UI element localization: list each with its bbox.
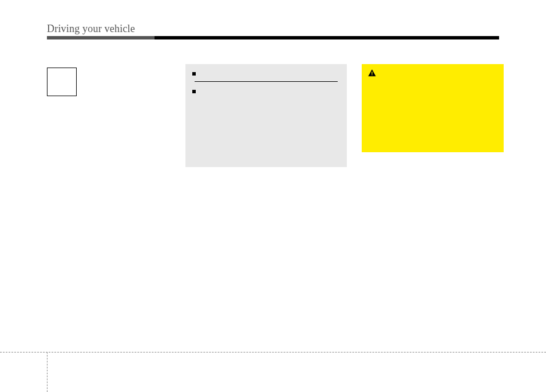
column-left — [47, 64, 185, 167]
info-divider — [195, 81, 338, 82]
info-panel — [185, 64, 347, 167]
page-section-title: Driving your vehicle — [47, 23, 499, 35]
info-item-2-heading-row — [192, 88, 340, 93]
header-rule — [47, 36, 499, 39]
caution-panel — [362, 64, 504, 152]
warning-triangle-icon — [367, 69, 377, 78]
column-middle — [185, 64, 347, 167]
bullet-icon — [192, 72, 196, 76]
smart-key-image-placeholder — [47, 68, 77, 96]
caution-header-row — [367, 69, 498, 78]
info-item-1-heading-row — [192, 70, 340, 76]
crop-mark-horizontal — [0, 352, 546, 353]
crop-mark-vertical — [47, 352, 48, 392]
bullet-icon — [192, 90, 196, 93]
svg-rect-0 — [371, 72, 372, 74]
column-right — [362, 64, 504, 167]
header-rule-accent — [47, 36, 155, 39]
svg-rect-1 — [371, 74, 372, 75]
